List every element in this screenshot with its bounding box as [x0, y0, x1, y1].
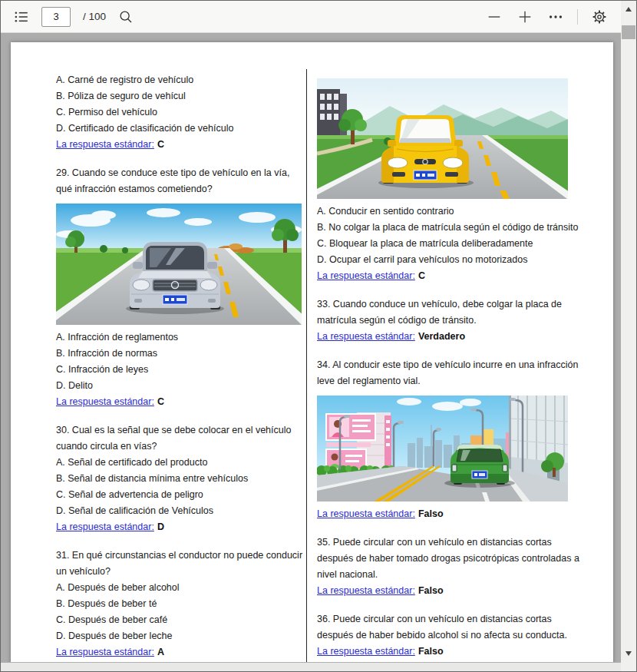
question-36-block: 36. Puede circular con un vehículo en di… — [317, 611, 583, 660]
column-divider — [306, 69, 307, 662]
option-line: D. Señal de calificación de Vehículos — [56, 503, 303, 519]
standard-answer-line: La respuesta estándar:C — [56, 137, 303, 153]
option-line: B. No colgar la placa de matrícula según… — [317, 220, 583, 236]
option-line: D. Después de beber leche — [56, 628, 303, 644]
answer-link[interactable]: La respuesta estándar: — [317, 508, 415, 519]
toolbar-divider — [577, 9, 578, 25]
answer-value: C — [157, 396, 164, 407]
question-33-block: 33. Cuando conduce un vehículo, debe col… — [317, 296, 583, 345]
zoom-out-minus-icon[interactable] — [485, 8, 503, 26]
question-30-block: 30. Cual es la señal que se debe colocar… — [56, 422, 303, 535]
option-line: C. Después de beber café — [56, 612, 303, 628]
scroll-up-arrow-icon[interactable] — [621, 5, 636, 15]
pdf-toolbar: / 100 — [1, 1, 621, 33]
scroll-down-arrow-icon[interactable] — [621, 650, 636, 659]
option-line: D. Ocupar el carril para vehículos no mo… — [317, 252, 583, 268]
answer-value: Falso — [418, 646, 444, 657]
settings-gear-icon[interactable] — [590, 8, 609, 26]
vertical-scrollbar-thumb[interactable] — [622, 25, 635, 39]
answer-value: A — [157, 647, 164, 657]
option-line: C. Señal de advertencia de peligro — [56, 487, 303, 503]
question-35-block: 35. Puede circular con un vehículo en di… — [317, 535, 583, 599]
option-line: A. Conducir en sentido contrario — [317, 204, 583, 220]
standard-answer-line: La respuesta estándar:A — [56, 644, 303, 660]
option-line: B. Señal de distancia mínima entre vehíc… — [56, 471, 303, 487]
question-32-block: A. Conducir en sentido contrario B. No c… — [317, 78, 583, 284]
answer-value: C — [418, 270, 425, 281]
question-29-block: 29. Cuando se conduce este tipo de vehíc… — [56, 165, 303, 410]
answer-link[interactable]: La respuesta estándar: — [56, 396, 154, 407]
option-line: C. Permiso del vehículo — [56, 104, 303, 121]
question-28-block: A. Carné de registro de vehículo B. Póli… — [56, 72, 303, 153]
option-line: A. Carné de registro de vehículo — [56, 72, 303, 88]
standard-answer-line: La respuesta estándar:D — [56, 519, 303, 535]
option-line: D. Certificado de clasificación de vehíc… — [56, 121, 303, 137]
standard-answer-line: La respuesta estándar:Verdadero — [317, 329, 583, 345]
search-icon[interactable] — [117, 8, 135, 26]
question-stem: 30. Cual es la señal que se debe colocar… — [56, 422, 303, 455]
answer-link[interactable]: La respuesta estándar: — [56, 521, 154, 532]
more-options-ellipsis-icon[interactable] — [546, 8, 565, 26]
question-34-block: 34. Al conducir este tipo de vehículo in… — [317, 357, 583, 522]
standard-answer-line: La respuesta estándar:Falso — [317, 644, 583, 660]
vertical-scrollbar[interactable] — [621, 1, 636, 662]
right-column: A. Conducir en sentido contrario B. No c… — [317, 72, 583, 662]
horizontal-scrollbar[interactable] — [1, 662, 621, 671]
standard-answer-line: La respuesta estándar:Falso — [317, 506, 583, 522]
answer-link[interactable]: La respuesta estándar: — [317, 646, 415, 657]
answer-value: D — [157, 521, 164, 532]
answer-value: Verdadero — [418, 331, 465, 342]
answer-value: Falso — [418, 585, 444, 596]
standard-answer-line: La respuesta estándar:C — [317, 268, 583, 284]
question-31-block: 31. En qué circunstancias el conductor n… — [56, 548, 303, 660]
zoom-in-plus-icon[interactable] — [516, 8, 534, 26]
answer-link[interactable]: La respuesta estándar: — [317, 331, 415, 342]
question-stem: 33. Cuando conduce un vehículo, debe col… — [317, 296, 583, 329]
answer-link[interactable]: La respuesta estándar: — [317, 585, 415, 596]
option-line: A. Señal de certificado del producto — [56, 455, 303, 471]
question-stem: 36. Puede circular con un vehículo en di… — [317, 611, 583, 644]
question-stem: 31. En qué circunstancias el conductor n… — [56, 548, 303, 580]
option-line: B. Después de beber té — [56, 596, 303, 612]
page-number-input[interactable] — [41, 7, 71, 27]
option-line: B. Póliza de seguro de vehícul — [56, 88, 303, 104]
standard-answer-line: La respuesta estándar:C — [56, 394, 303, 410]
table-of-contents-icon[interactable] — [12, 8, 31, 26]
question-stem: 34. Al conducir este tipo de vehículo in… — [317, 357, 583, 389]
option-line: B. Infracción de normas — [56, 346, 303, 362]
answer-link[interactable]: La respuesta estándar: — [56, 647, 154, 657]
pdf-viewer-canvas: A. Carné de registro de vehículo B. Póli… — [1, 33, 621, 662]
page-total-label: / 100 — [83, 11, 106, 22]
left-column: A. Carné de registro de vehículo B. Póli… — [56, 72, 303, 662]
option-line: A. Infracción de reglamentos — [56, 329, 303, 346]
answer-link[interactable]: La respuesta estándar: — [56, 139, 154, 150]
answer-link[interactable]: La respuesta estándar: — [317, 270, 415, 281]
question-34-illustration — [317, 396, 568, 502]
option-line: D. Delito — [56, 378, 303, 394]
question-stem: 29. Cuando se conduce este tipo de vehíc… — [56, 165, 303, 197]
question-stem: 35. Puede circular con un vehículo en di… — [317, 535, 583, 583]
answer-value: C — [157, 139, 164, 150]
option-line: C. Bloquear la placa de matrícula delibe… — [317, 236, 583, 252]
question-29-illustration — [56, 204, 302, 325]
pdf-page: A. Carné de registro de vehículo B. Póli… — [11, 42, 613, 662]
option-line: C. Infracción de leyes — [56, 362, 303, 378]
question-32-illustration — [317, 78, 568, 199]
standard-answer-line: La respuesta estándar:Falso — [317, 583, 583, 599]
scrollbar-corner — [621, 662, 636, 671]
answer-value: Falso — [418, 508, 444, 519]
option-line: A. Después de beber alcohol — [56, 580, 303, 596]
